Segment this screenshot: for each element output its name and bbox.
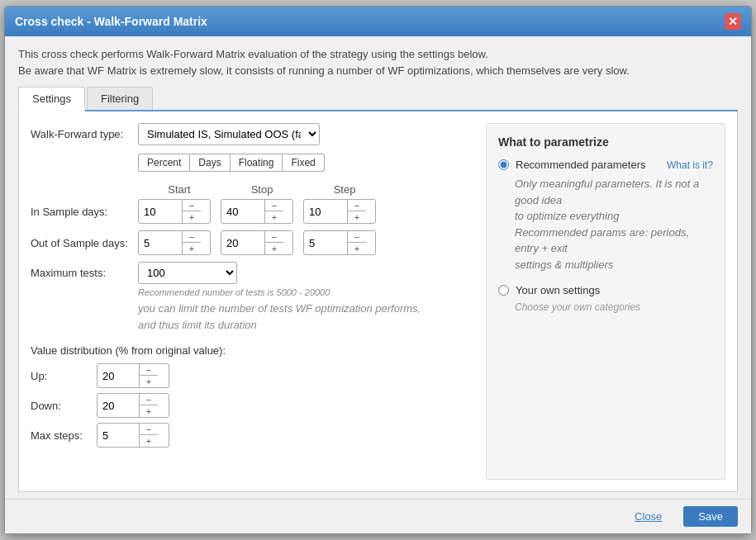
- out-of-sample-label: Out of Sample days:: [31, 237, 138, 249]
- out-sample-step: − +: [303, 230, 376, 255]
- in-sample-step: − +: [303, 199, 376, 224]
- dialog-title: Cross check - Walk-Forward Matrix: [15, 15, 207, 28]
- in-sample-step-increment[interactable]: +: [348, 211, 366, 223]
- what-is-it-link[interactable]: What is it?: [667, 159, 713, 171]
- left-panel: Walk-Forward type: Simulated IS, Simulat…: [31, 123, 473, 480]
- up-input-box: − +: [97, 363, 169, 388]
- recommended-radio[interactable]: [498, 159, 509, 170]
- toggle-days[interactable]: Days: [190, 154, 230, 172]
- out-sample-step-stepper: − +: [347, 231, 366, 254]
- max-steps-input-box: − +: [97, 423, 169, 448]
- out-sample-stop: − +: [221, 230, 293, 255]
- max-steps-stepper: − +: [139, 424, 158, 447]
- in-sample-start-increment[interactable]: +: [183, 211, 201, 223]
- in-sample-stop: − +: [221, 199, 293, 224]
- dialog-footer: Close Save: [5, 499, 751, 533]
- content-area: Walk-Forward type: Simulated IS, Simulat…: [18, 111, 738, 492]
- out-sample-stop-input[interactable]: [221, 234, 264, 252]
- tab-settings[interactable]: Settings: [18, 87, 85, 111]
- max-steps-row: Max steps: − +: [31, 423, 473, 448]
- in-sample-step-stepper: − +: [347, 200, 366, 223]
- own-settings-label: Your own settings: [516, 284, 600, 296]
- wf-type-row: Walk-Forward type: Simulated IS, Simulat…: [31, 123, 473, 145]
- out-of-sample-row: Out of Sample days: − + − +: [31, 230, 473, 255]
- header-step: Step: [303, 183, 386, 196]
- down-label: Down:: [31, 400, 97, 412]
- out-sample-step-decrement[interactable]: −: [348, 231, 366, 243]
- down-input[interactable]: [97, 397, 139, 414]
- up-decrement[interactable]: −: [140, 364, 158, 376]
- own-settings-radio[interactable]: [498, 285, 509, 296]
- info-text: This cross check performs Walk-Forward M…: [18, 46, 738, 78]
- own-settings-row: Your own settings: [498, 284, 713, 296]
- out-sample-start-decrement[interactable]: −: [183, 231, 201, 243]
- save-button[interactable]: Save: [683, 506, 738, 527]
- right-panel: What to parametrize Recommended paramete…: [486, 123, 725, 480]
- in-sample-stop-input[interactable]: [221, 203, 264, 220]
- up-row: Up: − +: [31, 363, 473, 388]
- tab-bar: Settings Filtering: [18, 87, 738, 111]
- toggle-btn-group: Percent Days Floating Fixed: [138, 154, 473, 172]
- title-close-button[interactable]: ✕: [725, 13, 741, 30]
- down-stepper: − +: [139, 394, 158, 417]
- up-stepper: − +: [139, 364, 158, 387]
- out-sample-step-increment[interactable]: +: [348, 243, 366, 254]
- max-steps-input[interactable]: [97, 427, 139, 444]
- in-sample-label: In Sample days:: [31, 206, 138, 218]
- up-input[interactable]: [97, 367, 139, 385]
- down-decrement[interactable]: −: [140, 394, 158, 405]
- in-sample-stop-increment[interactable]: +: [265, 211, 283, 223]
- in-sample-row: In Sample days: − + − +: [31, 199, 473, 224]
- max-steps-decrement[interactable]: −: [140, 424, 158, 435]
- toggle-fixed[interactable]: Fixed: [283, 154, 324, 172]
- dialog-body: This cross check performs Walk-Forward M…: [5, 36, 751, 499]
- in-sample-start-decrement[interactable]: −: [183, 200, 201, 211]
- header-stop: Stop: [221, 183, 303, 196]
- wf-type-label: Walk-Forward type:: [31, 128, 138, 140]
- max-tests-select[interactable]: 100 500 1000 5000 10000 20000: [138, 262, 237, 284]
- out-sample-stop-decrement[interactable]: −: [265, 231, 283, 243]
- in-sample-step-input[interactable]: [304, 203, 347, 220]
- titlebar: Cross check - Walk-Forward Matrix ✕: [5, 7, 751, 36]
- tab-filtering[interactable]: Filtering: [87, 87, 153, 110]
- value-dist-label: Value distribution (% from original valu…: [31, 344, 473, 357]
- out-sample-stop-stepper: − +: [264, 231, 283, 254]
- down-row: Down: − +: [31, 393, 473, 418]
- out-sample-start-increment[interactable]: +: [183, 243, 201, 254]
- out-sample-start: − +: [138, 230, 211, 255]
- max-tests-row: Maximum tests: 100 500 1000 5000 10000 2…: [31, 262, 473, 284]
- down-input-box: − +: [97, 393, 169, 418]
- out-sample-step-input[interactable]: [304, 234, 347, 252]
- dialog: Cross check - Walk-Forward Matrix ✕ This…: [4, 6, 752, 534]
- parametrize-title: What to parametrize: [498, 135, 713, 149]
- out-sample-start-stepper: − +: [182, 231, 201, 254]
- in-sample-stop-decrement[interactable]: −: [265, 200, 283, 211]
- toggle-floating[interactable]: Floating: [231, 154, 283, 172]
- grid-headers: Start Stop Step: [31, 183, 473, 196]
- in-sample-stop-stepper: − +: [264, 200, 283, 223]
- wf-type-select[interactable]: Simulated IS, Simulated OOS (fastest) An…: [138, 123, 320, 145]
- out-sample-stop-increment[interactable]: +: [265, 243, 283, 254]
- down-increment[interactable]: +: [140, 405, 158, 417]
- up-label: Up:: [31, 370, 97, 382]
- recommended-row: Recommended parameters What is it?: [498, 159, 713, 171]
- max-steps-label: Max steps:: [31, 429, 97, 442]
- in-sample-step-decrement[interactable]: −: [348, 200, 366, 211]
- header-start: Start: [138, 183, 221, 196]
- out-sample-start-input[interactable]: [139, 234, 182, 252]
- recommended-desc: Only meaningful parameters. It is not a …: [515, 176, 713, 272]
- toggle-percent[interactable]: Percent: [138, 154, 190, 172]
- in-sample-start-input[interactable]: [139, 203, 182, 220]
- own-settings-desc: Choose your own categories: [515, 301, 713, 313]
- hint-text-1: Recommended number of tests is 5000 - 20…: [138, 287, 473, 297]
- max-tests-label: Maximum tests:: [31, 267, 138, 279]
- hint-text-2: you can limit the number of tests WF opt…: [138, 301, 473, 333]
- close-button[interactable]: Close: [620, 506, 677, 527]
- in-sample-start-stepper: − +: [182, 200, 201, 223]
- recommended-label: Recommended parameters: [516, 159, 646, 171]
- in-sample-start: − +: [138, 199, 211, 224]
- max-steps-increment[interactable]: +: [140, 435, 158, 447]
- up-increment[interactable]: +: [140, 376, 158, 387]
